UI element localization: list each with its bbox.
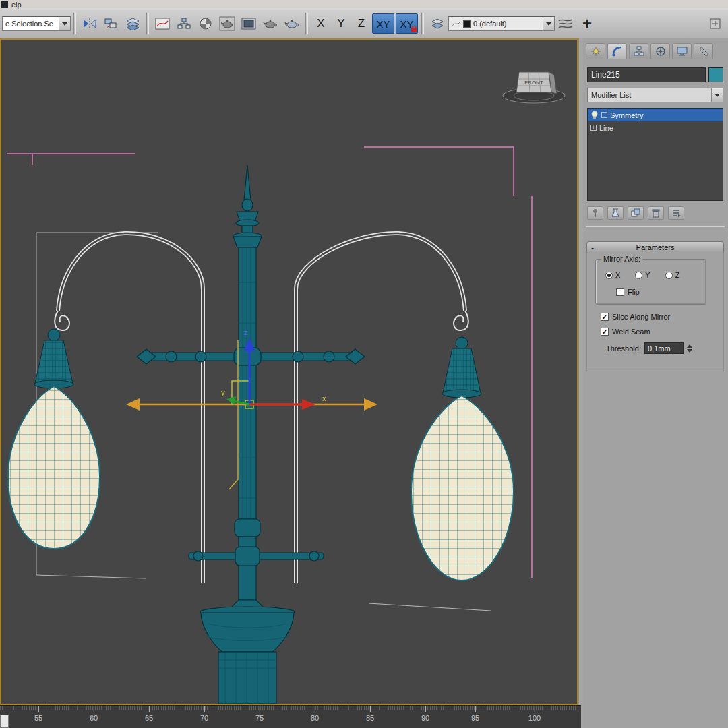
spinner-down-icon[interactable] xyxy=(687,349,692,353)
radio-axis-y[interactable]: Y xyxy=(635,271,650,279)
schematic-view-icon[interactable] xyxy=(173,13,195,34)
collapse-icon[interactable]: - xyxy=(587,243,598,251)
current-layer-dropdown[interactable]: 0 (default) xyxy=(448,16,555,31)
command-panel: Line215 Modifier List Symmetry + Line xyxy=(583,38,728,728)
tab-display[interactable] xyxy=(672,43,692,59)
weld-seam-checkbox[interactable]: ✓ Weld Seam xyxy=(601,328,650,336)
checkbox-icon xyxy=(616,288,624,296)
lamp-bulb-right xyxy=(411,337,514,580)
stack-row-line[interactable]: + Line xyxy=(588,121,723,134)
radio-axis-z[interactable]: Z xyxy=(665,271,680,279)
radio-icon xyxy=(605,272,613,279)
render-setup-icon[interactable] xyxy=(216,13,238,34)
modifier-list-dropdown[interactable]: Modifier List xyxy=(587,88,723,102)
viewport-front[interactable]: z x y FRONT xyxy=(0,38,578,705)
restrict-xy-plane-button[interactable]: XY xyxy=(372,13,394,34)
time-tick: 90 xyxy=(421,714,429,722)
render-teapot-icon[interactable] xyxy=(281,13,303,34)
expand-icon[interactable] xyxy=(601,112,607,118)
radio-icon xyxy=(635,272,642,279)
stack-row-symmetry[interactable]: Symmetry xyxy=(588,109,723,121)
threshold-input[interactable]: 0,1mm xyxy=(644,342,684,354)
restrict-x-button[interactable]: X xyxy=(311,13,331,34)
lamp-bulb-left xyxy=(8,329,100,549)
utilities-icon xyxy=(698,46,709,57)
expand-icon[interactable]: + xyxy=(590,125,597,131)
help-menu-fragment[interactable]: elp xyxy=(11,1,22,9)
rollout-title: Parameters xyxy=(598,243,712,251)
make-unique-button[interactable] xyxy=(628,206,644,220)
object-name-field[interactable]: Line215 xyxy=(587,67,706,82)
restrict-xy-plane-lock-button[interactable]: XY xyxy=(396,13,418,34)
spinner-up-icon[interactable] xyxy=(687,344,692,348)
create-icon xyxy=(590,46,601,57)
menubar: elp xyxy=(0,0,728,9)
material-editor-icon[interactable] xyxy=(195,13,216,34)
divider xyxy=(586,226,725,227)
parameters-rollout-header[interactable]: - Parameters xyxy=(586,241,724,253)
radio-icon xyxy=(665,272,673,279)
threshold-spinner[interactable] xyxy=(687,344,692,353)
parameters-rollout-body: Mirror Axis: X Y Z Flip xyxy=(586,253,724,371)
modifier-stack: Symmetry + Line xyxy=(587,108,723,201)
align-icon[interactable] xyxy=(100,13,122,34)
add-new-icon[interactable]: + xyxy=(576,13,598,34)
tab-modify[interactable] xyxy=(607,43,627,59)
gizmo-x-label: x xyxy=(322,394,326,402)
time-tick: 60 xyxy=(90,714,98,722)
curve-editor-icon[interactable] xyxy=(152,13,173,34)
tab-utilities[interactable] xyxy=(694,43,713,59)
show-end-result-button[interactable] xyxy=(607,206,624,220)
toolbar-separator xyxy=(146,13,149,34)
toolbar-separator xyxy=(305,13,308,34)
quick-render-icon[interactable] xyxy=(260,13,281,34)
rendered-frame-window-icon[interactable] xyxy=(238,13,260,34)
configure-modifier-sets-button[interactable] xyxy=(668,206,684,220)
checkbox-checked-icon: ✓ xyxy=(601,328,609,336)
slice-along-mirror-checkbox[interactable]: ✓ Slice Along Mirror xyxy=(601,313,670,321)
main-toolbar: e Selection Se X Y Z XY XY 0 (de xyxy=(0,9,728,38)
layer-list-icon[interactable] xyxy=(427,13,448,34)
panel-splitter[interactable] xyxy=(578,38,583,728)
modify-icon xyxy=(612,46,623,57)
tab-motion[interactable] xyxy=(650,43,670,59)
mirror-axis-label: Mirror Axis: xyxy=(601,255,642,263)
time-ruler[interactable]: 55 60 65 70 75 80 85 90 95 100 xyxy=(0,705,581,728)
dropdown-arrow-icon[interactable] xyxy=(711,88,723,102)
time-tick: 95 xyxy=(471,714,479,722)
radio-axis-x[interactable]: X xyxy=(605,271,620,279)
gizmo-y-label: y xyxy=(221,388,225,396)
dropdown-arrow-icon[interactable] xyxy=(59,17,70,30)
time-tick: 80 xyxy=(311,714,319,722)
lower-cross-arm xyxy=(189,547,324,566)
restrict-z-button[interactable]: Z xyxy=(351,13,371,34)
viewport-canvas[interactable]: z x y FRONT xyxy=(1,40,577,704)
tab-create[interactable] xyxy=(586,43,605,59)
graphite-curves-icon[interactable] xyxy=(555,13,576,34)
display-icon xyxy=(677,46,688,57)
lamp-pole xyxy=(200,165,295,704)
pin-stack-button[interactable] xyxy=(587,206,603,220)
toolbar-separator xyxy=(73,13,76,34)
spline-mini-icon xyxy=(452,20,461,28)
hierarchy-icon xyxy=(634,46,644,57)
time-tick: 75 xyxy=(255,714,264,722)
object-color-swatch[interactable] xyxy=(708,67,723,82)
named-selection-set-dropdown[interactable]: e Selection Se xyxy=(2,16,71,31)
mirror-icon[interactable] xyxy=(79,13,100,34)
restrict-y-button[interactable]: Y xyxy=(331,13,351,34)
time-tick: 100 xyxy=(528,714,541,722)
gizmo-z-label: z xyxy=(244,328,248,336)
lamp-arms xyxy=(55,233,468,583)
layer-manager-icon[interactable] xyxy=(122,13,144,34)
threshold-label: Threshold: xyxy=(606,344,641,353)
partial-edge-icon[interactable] xyxy=(704,13,726,34)
lock-icon xyxy=(411,28,417,32)
tab-hierarchy[interactable] xyxy=(629,43,648,59)
flip-checkbox[interactable]: Flip xyxy=(616,288,640,296)
window-icon xyxy=(1,1,8,8)
time-tick: 55 xyxy=(34,714,42,722)
dropdown-arrow-icon[interactable] xyxy=(543,17,554,30)
front-grid-helper: FRONT xyxy=(503,72,565,103)
remove-modifier-button[interactable] xyxy=(648,206,664,220)
